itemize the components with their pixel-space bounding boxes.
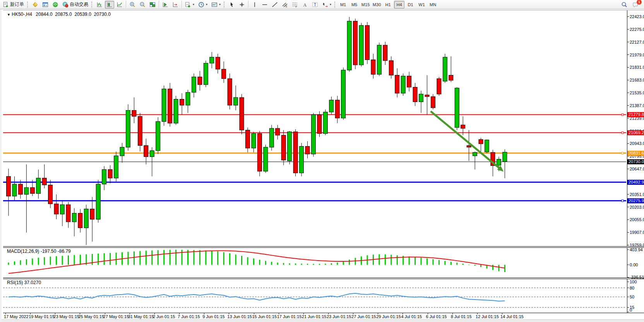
candlestick-mode-button[interactable] xyxy=(105,1,114,9)
candle xyxy=(281,135,286,160)
auto-trading-button[interactable]: 自动交易 xyxy=(61,1,90,9)
candle xyxy=(276,128,280,135)
signals-button[interactable] xyxy=(51,1,60,9)
auto-scroll-button[interactable] xyxy=(161,1,170,9)
new-order-label: 新订单 xyxy=(10,1,24,8)
vertical-line-button[interactable] xyxy=(250,1,259,9)
timeframe-m30-button[interactable]: M30 xyxy=(372,1,382,9)
timeframe-w1-button[interactable]: W1 xyxy=(416,1,427,9)
crosshair-icon xyxy=(239,2,245,8)
candle xyxy=(84,209,88,228)
candle xyxy=(24,187,29,194)
candle xyxy=(204,63,208,84)
macd-chart[interactable] xyxy=(3,248,644,278)
candle xyxy=(300,147,304,173)
bar-chart-mode-button[interactable] xyxy=(95,1,104,9)
templates-button[interactable]: ▾ xyxy=(210,1,222,9)
search-button[interactable] xyxy=(620,1,629,9)
horizontal-line-button[interactable] xyxy=(260,1,269,9)
rsi-panel[interactable]: RSI(15) 37.0270 1008050150 xyxy=(3,279,644,313)
periods-dropdown-icon[interactable]: ▾ xyxy=(206,3,207,6)
candle xyxy=(467,145,471,147)
svg-text:T: T xyxy=(314,3,316,7)
tiles-icon xyxy=(149,2,156,8)
main-toolbar: 新订单自动交易▾▾▾EFAT▾M1M5M15M30H1H4D1W1MN1 xyxy=(0,0,644,9)
candle xyxy=(48,185,53,204)
level-handle[interactable] xyxy=(622,114,623,116)
price-axis-tick: 22275.0 xyxy=(630,27,644,32)
macd-panel[interactable]: MACD(12,26,9) -197.50 -86.79 403.940.00-… xyxy=(3,247,644,278)
candle xyxy=(192,77,196,92)
zoom-out-button[interactable] xyxy=(138,1,147,9)
candle xyxy=(126,110,130,147)
candle xyxy=(329,100,334,112)
collapse-arrow-icon[interactable]: ▼ xyxy=(7,13,10,17)
arrow-shapes-dropdown-icon[interactable]: ▾ xyxy=(330,3,331,6)
price-axis-tick: 22423.0 xyxy=(630,14,644,19)
rsi-chart[interactable] xyxy=(3,279,644,313)
timeframe-m1-button[interactable]: M1 xyxy=(338,1,348,9)
trendline-button[interactable] xyxy=(270,1,279,9)
timeframe-d1-button[interactable]: D1 xyxy=(405,1,416,9)
tile-windows-button[interactable] xyxy=(148,1,157,9)
price-axis-tick: 21535.0 xyxy=(630,90,644,95)
level-handle[interactable] xyxy=(622,132,623,134)
timeframe-mn-button[interactable]: MN xyxy=(428,1,438,9)
candle xyxy=(234,97,238,105)
timeframe-h1-button[interactable]: H1 xyxy=(383,1,393,9)
notifications-button[interactable]: 1 xyxy=(631,1,640,9)
text-button[interactable]: A xyxy=(300,1,310,9)
price-level-label: 21279.8 xyxy=(627,112,644,117)
rsi-axis-tick: 50 xyxy=(630,295,634,299)
candlestick-chart[interactable] xyxy=(3,10,644,246)
price-axis-tick: 21387.0 xyxy=(630,103,644,108)
price-axis-tick: 20647.0 xyxy=(630,167,644,171)
candle xyxy=(347,21,351,70)
zoom-in-button[interactable] xyxy=(128,1,137,9)
new-order-button[interactable]: 新订单 xyxy=(1,1,26,9)
candle xyxy=(12,184,17,196)
timeframe-h4-button[interactable]: H4 xyxy=(394,1,404,9)
timeframe-m5-button[interactable]: M5 xyxy=(349,1,360,9)
crosshair-button[interactable] xyxy=(237,1,247,9)
candle xyxy=(72,213,76,222)
toolbar-grip[interactable] xyxy=(91,2,93,8)
date-label: 23 Jun 01:15 xyxy=(327,314,351,319)
arrow-shapes-button[interactable]: ▾ xyxy=(320,1,333,9)
line-chart-mode-button[interactable] xyxy=(115,1,124,9)
market-watch-button[interactable] xyxy=(31,1,40,9)
toolbar-grip[interactable] xyxy=(334,2,336,8)
time-axis[interactable]: 17 May 202219 May 01:1523 May 01:1525 Ma… xyxy=(3,313,644,319)
candle xyxy=(66,205,70,222)
level-handle[interactable] xyxy=(622,200,623,202)
macd-label: MACD(12,26,9) -197.50 -86.79 xyxy=(7,249,71,254)
indicators-button[interactable]: ▾ xyxy=(183,1,196,9)
candle xyxy=(377,45,381,74)
date-label: 9 Jun 01:15 xyxy=(202,314,225,319)
timeframe-m15-button[interactable]: M15 xyxy=(360,1,371,9)
bars-chart-icon xyxy=(96,2,103,8)
toolbar-grip[interactable] xyxy=(27,2,29,8)
periods-button[interactable]: ▾ xyxy=(197,1,209,9)
price-axis-tick: 21831.0 xyxy=(630,65,644,70)
indicators-dropdown-icon[interactable]: ▾ xyxy=(193,3,194,6)
candle xyxy=(228,78,232,105)
date-label: 12 Jul 01:15 xyxy=(476,314,499,319)
price-chart-panel[interactable]: ▼ HK50-,H4 20844.0 20875.0 20539.0 20730… xyxy=(3,10,644,247)
equidistant-channel-button[interactable]: E xyxy=(280,1,289,9)
templates-dropdown-icon[interactable]: ▾ xyxy=(219,3,221,6)
fibonacci-button[interactable]: F xyxy=(290,1,300,9)
toolbar-grip[interactable] xyxy=(224,2,225,8)
text-label-button[interactable]: T xyxy=(310,1,320,9)
chart-shift-button[interactable] xyxy=(171,1,180,9)
line-chart-icon xyxy=(116,2,123,8)
price-level-label: 20275.9 xyxy=(627,198,644,203)
terminal-button[interactable] xyxy=(41,1,50,9)
level-handle[interactable] xyxy=(622,152,623,154)
cursor-button[interactable] xyxy=(227,1,236,9)
candle xyxy=(353,21,358,65)
candle xyxy=(144,145,148,157)
trend-arrow-annotation[interactable] xyxy=(431,111,501,170)
candle xyxy=(216,57,220,69)
candle xyxy=(473,152,477,156)
